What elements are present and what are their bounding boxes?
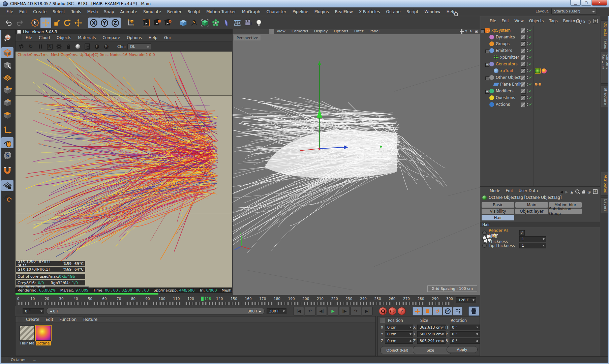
timeline-range-slider[interactable]: ◂ 0 F 300 F ▸ [46,308,265,314]
live-viewer-menu-options[interactable]: Options [123,35,145,40]
pause-icon[interactable] [37,43,43,50]
layer-toggle-icon[interactable] [521,89,526,94]
viewport-camera-label[interactable]: Perspective [234,35,261,40]
main-menu-mograph[interactable]: MoGraph [239,9,264,14]
object-manager-menu-tags[interactable]: Tags [546,19,560,23]
current-frame-marker[interactable] [201,297,204,301]
add-icon[interactable] [593,19,598,24]
object-manager-menu-edit[interactable]: Edit [499,19,512,23]
rotate-view-icon[interactable]: ↻ [469,29,473,33]
visibility-dots-icon[interactable] [526,35,528,39]
enabled-check-icon[interactable]: ✓ [529,55,532,60]
tree-row-other-objects[interactable]: −Other Objects✓ [480,74,600,81]
home-icon[interactable]: ⌂ [582,19,585,24]
range-end-field[interactable]: 300 F [267,308,286,314]
pick-icon[interactable]: ▲ [571,190,573,194]
root-thickness-field[interactable]: 1 [519,236,546,242]
position-mode-dropdown[interactable]: Object (Rel) [380,346,418,354]
close-button[interactable]: ✕ [592,0,607,6]
target-icon[interactable]: ◎ [587,190,591,194]
visibility-dots-icon[interactable] [526,69,528,73]
record-key-button[interactable] [379,307,387,315]
live-viewer-menu-objects[interactable]: Objects [53,35,74,40]
coordinate-system-button[interactable] [125,18,136,28]
enabled-check-icon[interactable]: ✓ [529,62,532,66]
materials-menu-create[interactable]: Create [23,317,42,322]
drag-grip-icon[interactable] [18,317,22,322]
mouse-mode-button[interactable] [1,137,13,148]
next-key-button[interactable]: ↷ [351,307,361,315]
layer-toggle-icon[interactable] [521,68,526,73]
layer-toggle-icon[interactable] [521,41,526,47]
forward-icon[interactable]: ▶ [565,190,568,194]
record-options-button[interactable]: ? [398,307,406,315]
main-menu-edit[interactable]: Edit [16,9,30,14]
tree-item[interactable]: xpEmitter [494,55,519,60]
timeline-ruler[interactable]: 0102030405060708090100110120140150160170… [15,296,454,306]
keyframe-ring-icon[interactable] [482,243,487,248]
tree-row-groups[interactable]: Groups✓ [480,40,600,47]
tree-row-xptrail[interactable]: xpTrail✓ [480,67,600,74]
xp-dot-tag-icon[interactable] [539,83,541,86]
layer-toggle-icon[interactable] [521,95,526,100]
visibility-dots-icon[interactable] [526,55,528,60]
apply-button[interactable]: Apply [447,346,478,353]
expand-icon[interactable]: + [485,90,489,94]
live-viewer-menu-cloud[interactable]: Cloud [35,35,53,40]
pan-view-icon[interactable] [460,29,463,33]
viewport-menu-panel[interactable]: Panel [366,29,383,33]
live-viewer-menu-gui[interactable]: Gui [161,35,174,40]
drag-grip-icon[interactable] [3,357,7,362]
tree-row-generators[interactable]: −Generators✓ [480,61,600,67]
drag-grip-icon[interactable] [482,19,486,23]
materials-menu-edit[interactable]: Edit [42,317,56,322]
drag-grip-icon[interactable] [482,188,486,193]
main-menu-window[interactable]: Window [421,9,443,14]
live-viewer-menu-compare[interactable]: Compare [99,35,123,40]
render-marked-button[interactable] [152,18,162,28]
position-z-field[interactable]: 0 cm [385,338,413,344]
main-menu-pipeline[interactable]: Pipeline [290,9,311,14]
scale-button[interactable] [51,18,62,28]
enabled-check-icon[interactable]: ✓ [529,35,532,39]
redo-button[interactable] [14,18,25,28]
tree-row-emitters[interactable]: −Emitters✓ [480,47,600,54]
size-x-field[interactable]: 362.613 cm [417,325,446,330]
layer-toggle-icon[interactable] [521,48,526,53]
enabled-check-icon[interactable]: ✓ [529,68,532,73]
focus-picker-icon[interactable]: F [94,43,100,50]
main-menu-character[interactable]: Character [263,9,289,14]
tree-row-xpsystem[interactable]: +xpSystem✓ [480,27,600,34]
attribute-tab-subdivision-group[interactable]: Subdivision Group [549,209,582,214]
maximize-button[interactable]: ▢ [581,0,591,6]
live-viewer-title-bar[interactable]: Live Viewer 3.08.3 [16,29,232,34]
search-icon[interactable] [576,19,580,24]
enabled-check-icon[interactable]: ✓ [529,48,532,53]
add-spline-button[interactable] [189,18,200,28]
add-deformer-button[interactable] [221,18,232,28]
channel-dropdown[interactable]: DL [127,43,151,50]
drag-grip-icon[interactable] [17,309,21,313]
tree-item[interactable]: xpTrail [494,68,513,73]
model-mode-button[interactable] [1,47,13,58]
size-mode-dropdown[interactable]: Size [413,346,452,354]
size-z-field[interactable]: 805.291 cm [417,338,446,344]
attributes-menu-edit[interactable]: Edit [503,188,516,193]
snap-s-button[interactable]: S [1,150,13,161]
magnet-snap-button[interactable] [1,165,13,176]
expand-icon[interactable]: + [481,29,485,33]
go-start-button[interactable]: |◀ [293,307,304,315]
prev-key-button[interactable]: ↶ [305,307,315,315]
tree-row-xpemitter[interactable]: xpEmitter✓ [480,54,600,61]
go-end-button[interactable]: ▶| [362,307,373,315]
collapse-icon[interactable]: − [485,63,489,67]
main-menu-tools[interactable]: Tools [68,9,84,14]
attribute-tab-basic[interactable]: Basic [482,202,514,208]
lock-icon[interactable] [65,43,71,50]
tree-item[interactable]: Dynamics [489,35,515,39]
drag-grip-icon[interactable] [17,35,22,40]
attribute-tab-visibility[interactable]: Visibility [482,209,514,214]
rotation-h-field[interactable]: 0 ° [450,325,480,330]
rotate-kf-button[interactable]: ↺ [433,307,442,315]
range-start-field[interactable]: 0 F [23,308,44,314]
